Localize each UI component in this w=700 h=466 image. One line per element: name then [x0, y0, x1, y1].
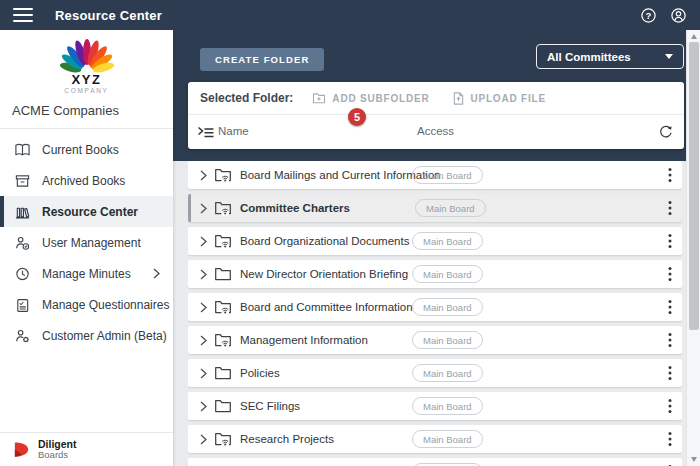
access-badge: Main Board: [412, 232, 483, 250]
folder-row[interactable]: Committee Charters Main Board: [188, 194, 682, 222]
row-menu-button[interactable]: [668, 366, 672, 381]
diligent-mark-icon: [12, 440, 31, 459]
sidebar-item-user-management[interactable]: User Management: [0, 227, 173, 258]
logo-text: XYZ: [0, 72, 173, 87]
book-icon: [14, 142, 32, 158]
sidebar-item-current-books[interactable]: Current Books: [0, 134, 173, 165]
folder-name: Board and Committee Information: [240, 301, 413, 313]
sidebar-item-label: Resource Center: [42, 205, 138, 219]
row-menu-button[interactable]: [668, 168, 672, 183]
folder-icon: [214, 200, 232, 216]
chevron-down-icon: [665, 54, 673, 59]
user-gear-icon: [14, 328, 32, 344]
folder-name: Committee Charters: [240, 202, 350, 214]
folder-name: Policies: [240, 367, 280, 379]
folder-icon: [214, 332, 232, 348]
folder-row[interactable]: Board Mailings and Current Information M…: [188, 161, 682, 189]
logo-subtext: COMPANY: [0, 87, 173, 94]
folder-row[interactable]: New Director Orientation Briefing Main B…: [188, 260, 682, 288]
account-icon[interactable]: [670, 7, 687, 24]
folder-plus-icon: [312, 92, 326, 104]
expand-chevron-icon[interactable]: [200, 269, 207, 280]
create-folder-button[interactable]: CREATE FOLDER: [200, 48, 324, 71]
access-badge: Main Board: [412, 298, 483, 316]
expand-chevron-icon[interactable]: [200, 434, 207, 445]
row-menu-button[interactable]: [668, 300, 672, 315]
folder-name: Board Mailings and Current Information: [240, 169, 441, 181]
sidebar-item-manage-minutes[interactable]: Manage Minutes: [0, 258, 173, 289]
sidebar-nav: Current Books Archived Books Resource Ce…: [0, 134, 173, 351]
expand-chevron-icon[interactable]: [200, 203, 207, 214]
chevron-right-icon: [153, 268, 160, 279]
folder-name: Board Organizational Documents: [240, 235, 409, 247]
row-menu-button[interactable]: [668, 201, 672, 216]
folder-icon: [214, 398, 232, 414]
expand-chevron-icon[interactable]: [200, 368, 207, 379]
sidebar-item-label: Manage Minutes: [42, 267, 131, 281]
folder-name: New Director Orientation Briefing: [240, 268, 408, 280]
folder-row[interactable]: Research Projects Main Board: [188, 425, 682, 453]
scroll-down-button[interactable]: [687, 453, 700, 466]
row-menu-button[interactable]: [668, 432, 672, 447]
access-badge: Main Board: [412, 364, 483, 382]
access-badge: Main Board: [412, 397, 483, 415]
folder-row[interactable]: Management Information Main Board: [188, 326, 682, 354]
step-badge: 5: [348, 108, 366, 126]
row-menu-button[interactable]: [668, 399, 672, 414]
menu-icon[interactable]: [13, 8, 33, 22]
folder-row[interactable]: Board and Committee Information Main Boa…: [188, 293, 682, 321]
page-title: Resource Center: [55, 8, 162, 23]
expand-chevron-icon[interactable]: [200, 302, 207, 313]
committee-filter-value: All Committees: [547, 51, 631, 63]
app-window: Resource Center ?: [0, 0, 700, 466]
main-content: CREATE FOLDER All Committees Selected Fo…: [173, 30, 686, 466]
folder-icon: [214, 299, 232, 315]
folder-actions-panel: Selected Folder: ADD SUBFOLDER UPLOAD FI…: [188, 82, 684, 149]
user-check-icon: [14, 235, 32, 251]
committee-filter-dropdown[interactable]: All Committees: [536, 44, 684, 69]
folder-name: Research Projects: [240, 433, 334, 445]
scrollbar-thumb[interactable]: [689, 42, 699, 330]
folder-row[interactable]: Board Organizational Documents Main Boar…: [188, 227, 682, 255]
expand-chevron-icon[interactable]: [200, 170, 207, 181]
sidebar-item-resource-center[interactable]: Resource Center: [0, 196, 173, 227]
folder-icon: [214, 431, 232, 447]
folder-row[interactable]: Policies Main Board: [188, 359, 682, 387]
column-header-access[interactable]: Access: [417, 125, 454, 137]
file-upload-icon: [453, 92, 464, 105]
add-subfolder-button[interactable]: ADD SUBFOLDER: [312, 92, 429, 104]
row-menu-button[interactable]: [668, 234, 672, 249]
folder-row[interactable]: Main Board: [188, 458, 682, 466]
sidebar-item-label: User Management: [42, 236, 141, 250]
row-menu-button[interactable]: [668, 333, 672, 348]
access-badge: Main Board: [415, 199, 486, 217]
scrollbar[interactable]: [686, 30, 700, 466]
column-header-name[interactable]: Name: [218, 125, 249, 137]
expand-all-icon[interactable]: [197, 125, 214, 143]
expand-chevron-icon[interactable]: [200, 335, 207, 346]
upload-file-button[interactable]: UPLOAD FILE: [453, 92, 545, 105]
logo-fan-icon: [59, 37, 115, 73]
expand-chevron-icon[interactable]: [200, 401, 207, 412]
diligent-boards-logo: Diligent Boards: [0, 432, 173, 466]
sidebar-item-label: Current Books: [42, 143, 119, 157]
library-icon: [14, 204, 32, 220]
svg-text:?: ?: [646, 9, 652, 20]
sidebar: XYZ COMPANY ACME Companies Current Books…: [0, 30, 173, 466]
folder-row[interactable]: SEC Filings Main Board: [188, 392, 682, 420]
sidebar-item-manage-questionnaires[interactable]: Manage Questionnaires: [0, 289, 173, 320]
brand-product: Boards: [38, 450, 77, 460]
expand-chevron-icon[interactable]: [200, 236, 207, 247]
help-icon[interactable]: ?: [640, 7, 657, 24]
sidebar-item-archived-books[interactable]: Archived Books: [0, 165, 173, 196]
sidebar-item-customer-admin[interactable]: Customer Admin (Beta): [0, 320, 173, 351]
company-logo: XYZ COMPANY: [0, 30, 173, 94]
refresh-icon[interactable]: [658, 124, 673, 143]
access-badge: Main Board: [412, 166, 483, 184]
row-menu-button[interactable]: [668, 267, 672, 282]
access-badge: Main Board: [412, 430, 483, 448]
table-header: Name Access: [188, 115, 684, 149]
questionnaire-icon: [14, 297, 32, 313]
folder-name: Management Information: [240, 334, 368, 346]
folder-icon: [214, 266, 232, 282]
